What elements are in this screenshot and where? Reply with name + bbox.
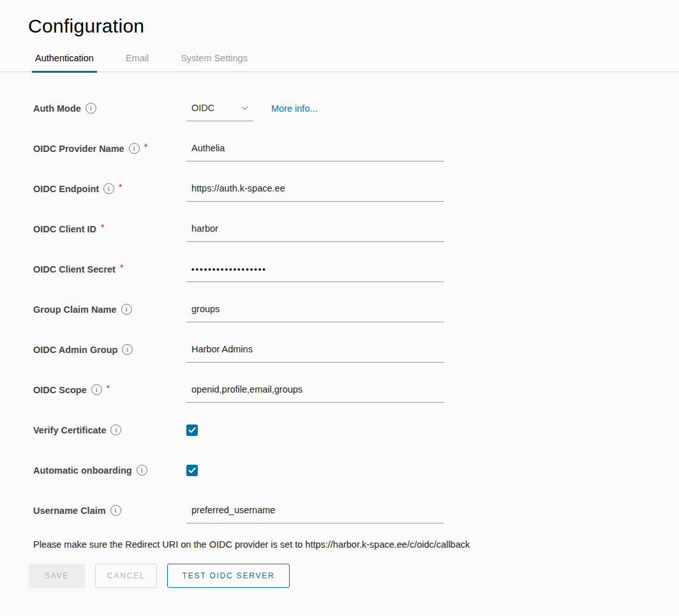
form-row-oidc-scope: OIDC Scopei*openid,profile,email,groups [33, 370, 679, 410]
form-row-auth-mode: Auth ModeiOIDCMore info... [33, 88, 679, 128]
field-label-cell: OIDC Endpointi* [33, 183, 186, 194]
test-oidc-server-button[interactable]: TEST OIDC SERVER [167, 564, 289, 588]
form-row-oidc-provider-name: OIDC Provider Namei*Authelia [33, 128, 679, 169]
field-label: Group Claim Name [33, 304, 117, 315]
info-icon[interactable]: i [122, 344, 133, 355]
configuration-page: Configuration AuthenticationEmailSystem … [0, 0, 679, 588]
form-row-username-claim: Username Claimipreferred_username [33, 490, 679, 530]
field-control: •••••••••••••••••• [186, 257, 444, 282]
field-label-cell: OIDC Provider Namei* [33, 143, 186, 154]
oidc-scope-input[interactable]: openid,profile,email,groups [186, 377, 444, 403]
field-label: OIDC Admin Group [33, 345, 117, 355]
required-asterisk: * [144, 142, 147, 152]
field-label: OIDC Client Secret [33, 264, 116, 274]
field-label: OIDC Client ID [33, 224, 96, 234]
required-asterisk: * [101, 222, 104, 232]
input-value: harbor [191, 223, 218, 234]
info-icon[interactable]: i [129, 143, 140, 154]
tab-email[interactable]: Email [123, 50, 152, 71]
field-control: harbor [186, 216, 444, 242]
required-asterisk: * [119, 182, 122, 192]
field-label-cell: Verify Certificatei [33, 424, 186, 435]
field-label-cell: OIDC Client ID* [33, 224, 186, 234]
tab-authentication[interactable]: Authentication [32, 50, 97, 73]
field-control: Authelia [186, 136, 444, 162]
field-control: OIDCMore info... [186, 96, 318, 121]
form-row-oidc-admin-group: OIDC Admin GroupiHarbor Admins [33, 329, 679, 370]
oidc-endpoint-input[interactable]: https://auth.k-space.ee [186, 176, 444, 202]
automatic-onboarding-checkbox[interactable] [186, 465, 198, 476]
form-row-automatic-onboarding: Automatic onboardingi [33, 450, 679, 490]
field-label-cell: Automatic onboardingi [33, 465, 186, 476]
field-label-cell: OIDC Admin Groupi [33, 344, 186, 355]
cancel-button[interactable]: CANCEL [95, 564, 157, 588]
auth-mode-select[interactable]: OIDC [186, 96, 253, 121]
field-label: Username Claim [33, 506, 106, 516]
field-label: OIDC Endpoint [33, 184, 99, 194]
info-icon[interactable]: i [137, 465, 147, 476]
form-row-group-claim-name: Group Claim Nameigroups [33, 289, 679, 329]
save-button[interactable]: SAVE [29, 564, 85, 588]
info-icon[interactable]: i [110, 505, 121, 516]
field-label-cell: OIDC Scopei* [33, 384, 186, 395]
verify-certificate-checkbox[interactable] [186, 424, 198, 436]
chevron-down-icon [241, 106, 248, 110]
field-control [186, 465, 198, 476]
field-label: OIDC Scope [33, 385, 87, 395]
more-info-link[interactable]: More info... [271, 103, 318, 114]
field-control [186, 424, 198, 436]
form-row-verify-certificate: Verify Certificatei [33, 410, 679, 450]
field-label-cell: Auth Modei [33, 103, 186, 114]
select-value: OIDC [191, 103, 214, 113]
input-value: groups [191, 304, 220, 314]
field-control: Harbor Admins [186, 337, 444, 363]
required-asterisk: * [107, 383, 110, 393]
input-value: https://auth.k-space.ee [191, 183, 285, 193]
field-control: openid,profile,email,groups [186, 377, 444, 403]
field-control: https://auth.k-space.ee [186, 176, 444, 202]
tab-system-settings[interactable]: System Settings [177, 50, 251, 71]
username-claim-input[interactable]: preferred_username [186, 498, 444, 523]
checkmark-icon [188, 467, 196, 474]
field-label: Verify Certificate [33, 425, 106, 435]
field-label-cell: OIDC Client Secret* [33, 264, 186, 274]
tab-bar: AuthenticationEmailSystem Settings [0, 50, 679, 72]
form-row-oidc-endpoint: OIDC Endpointi*https://auth.k-space.ee [33, 169, 679, 209]
auth-settings-form: Auth ModeiOIDCMore info...OIDC Provider … [33, 88, 679, 530]
checkmark-icon [188, 427, 196, 433]
field-label: Automatic onboarding [33, 465, 132, 476]
required-asterisk: * [120, 262, 123, 273]
form-row-oidc-client-secret: OIDC Client Secret*•••••••••••••••••• [33, 249, 679, 289]
oidc-provider-name-input[interactable]: Authelia [186, 136, 444, 162]
field-control: groups [186, 297, 444, 322]
info-icon[interactable]: i [103, 183, 114, 194]
oidc-client-secret-input[interactable]: •••••••••••••••••• [186, 257, 444, 282]
input-value: preferred_username [191, 505, 275, 515]
field-control: preferred_username [186, 498, 444, 523]
input-value: •••••••••••••••••• [191, 264, 267, 274]
field-label: Auth Mode [33, 103, 81, 114]
oidc-client-id-input[interactable]: harbor [186, 216, 444, 242]
redirect-uri-note: Please make sure the Redirect URI on the… [33, 539, 679, 550]
form-row-oidc-client-id: OIDC Client ID*harbor [33, 209, 679, 249]
info-icon[interactable]: i [86, 103, 96, 114]
info-icon[interactable]: i [91, 384, 102, 395]
input-value: Authelia [191, 143, 225, 153]
input-value: openid,profile,email,groups [191, 384, 302, 394]
page-title: Configuration [0, 0, 679, 37]
field-label: OIDC Provider Name [33, 144, 124, 154]
info-icon[interactable]: i [110, 424, 121, 435]
field-label-cell: Username Claimi [33, 505, 186, 516]
info-icon[interactable]: i [121, 304, 132, 315]
field-label-cell: Group Claim Namei [33, 304, 186, 315]
input-value: Harbor Admins [191, 344, 253, 354]
group-claim-name-input[interactable]: groups [186, 297, 444, 322]
oidc-admin-group-input[interactable]: Harbor Admins [186, 337, 444, 363]
action-button-row: SAVE CANCEL TEST OIDC SERVER [29, 564, 679, 588]
